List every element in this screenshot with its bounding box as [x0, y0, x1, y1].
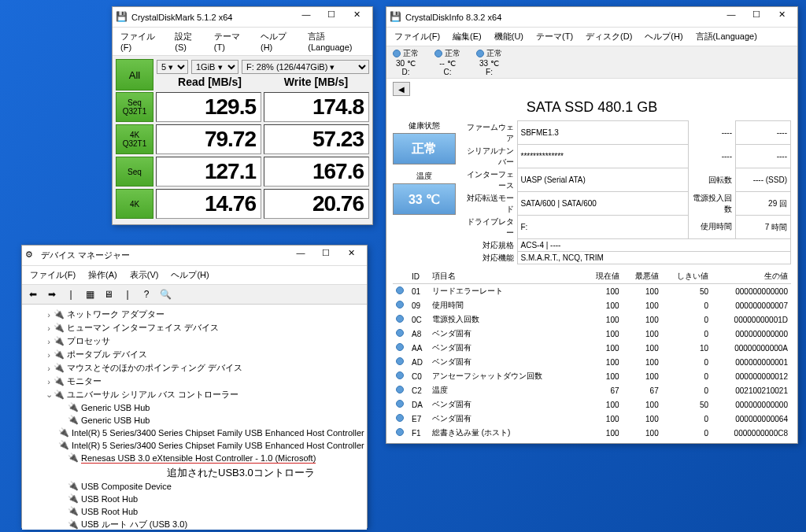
smart-row[interactable]: 01リードエラーレート10010050000000000000 — [393, 284, 791, 299]
smart-row[interactable]: C0アンセーフシャットダウン回数1001000000000000012 — [393, 369, 791, 383]
cdm-titlebar[interactable]: CrystalDiskMark 5.1.2 x64 — ☐ ✕ — [113, 7, 372, 28]
smart-row[interactable]: E7ベンダ固有1001000000000000064 — [393, 412, 791, 426]
smart-row[interactable]: A8ベンダ固有1001000000000000000 — [393, 327, 791, 341]
tree-label: プロセッサ — [67, 335, 110, 347]
scan-button[interactable]: 🔍 — [157, 286, 173, 302]
tree-node[interactable]: 🔌Renesas USB 3.0 eXtensible Host Control… — [25, 452, 364, 464]
menu-help[interactable]: ヘルプ(H) — [640, 29, 687, 44]
drive-tab[interactable]: 正常30 ℃D: — [393, 48, 419, 76]
help-button[interactable]: ? — [139, 286, 154, 302]
menu-file[interactable]: ファイル(F) — [390, 29, 445, 44]
tree-label: ヒューマン インターフェイス デバイス — [67, 322, 219, 334]
expand-icon[interactable]: › — [44, 364, 54, 373]
tree-node[interactable]: 🔌USB ルート ハブ (USB 3.0) — [25, 518, 364, 530]
tree-label: モニター — [67, 375, 102, 387]
run-all-button[interactable]: All — [116, 59, 153, 91]
menu-file[interactable]: ファイル(F) — [25, 268, 80, 283]
device-icon: 🔌 — [58, 440, 69, 451]
tree-node[interactable]: 🔌Generic USB Hub — [25, 401, 364, 414]
tree-node[interactable]: 🔌Intel(R) 5 Series/3400 Series Chipset F… — [25, 439, 364, 452]
menu-disk[interactable]: ディスク(D) — [581, 29, 637, 44]
minimize-button[interactable]: — — [719, 9, 744, 25]
minimize-button[interactable]: — — [294, 9, 319, 25]
menu-edit[interactable]: 編集(E) — [448, 29, 486, 44]
drive-tab[interactable]: 正常-- ℃C: — [434, 48, 460, 76]
toolbar-sep: | — [63, 286, 79, 302]
expand-icon[interactable]: ⌄ — [44, 390, 54, 400]
bench-button-2[interactable]: Seq — [116, 157, 153, 187]
bench-button-3[interactable]: 4K — [116, 189, 153, 219]
forward-button[interactable]: ➡ — [44, 286, 60, 302]
show-hidden-button[interactable]: ▦ — [82, 286, 98, 302]
expand-icon[interactable]: › — [44, 350, 54, 360]
minimize-button[interactable]: — — [288, 248, 313, 264]
menu-language[interactable]: 言語(Language) — [303, 29, 369, 54]
tree-node[interactable]: 🔌USB Composite Device — [25, 480, 364, 493]
device-icon: 🔌 — [54, 349, 65, 360]
expand-icon[interactable]: › — [44, 310, 54, 320]
close-button[interactable]: ✕ — [338, 248, 364, 264]
smart-row[interactable]: F1総書き込み量 (ホスト)10010000000000000C8 — [393, 426, 791, 440]
temp-label: 温度 — [393, 171, 456, 182]
close-button[interactable]: ✕ — [344, 9, 369, 25]
tree-node[interactable]: 🔌USB Root Hub — [25, 505, 364, 518]
smart-row[interactable]: AAベンダ固有1001001000000000000A — [393, 341, 791, 355]
smart-row[interactable]: 09使用時間1001000000000000007 — [393, 298, 791, 312]
prev-drive-button[interactable]: ◀ — [393, 82, 410, 96]
expand-icon[interactable]: › — [44, 377, 54, 386]
read-header: Read [MB/s] — [157, 74, 263, 90]
menu-view[interactable]: 表示(V) — [125, 268, 164, 283]
runs-select[interactable]: 5 ▾ — [157, 60, 188, 74]
menu-theme[interactable]: テーマ(T) — [531, 29, 578, 44]
menu-help[interactable]: ヘルプ(H) — [166, 268, 213, 283]
expand-icon[interactable]: › — [44, 337, 54, 346]
tree-label: Intel(R) 5 Series/3400 Series Chipset Fa… — [72, 441, 367, 450]
bench-button-0[interactable]: SeqQ32T1 — [116, 92, 153, 122]
back-button[interactable]: ⬅ — [25, 286, 41, 302]
tree-node[interactable]: ›🔌ポータブル デバイス — [25, 348, 364, 361]
close-button[interactable]: ✕ — [769, 9, 794, 25]
tree-label: ユニバーサル シリアル バス コントローラー — [67, 389, 238, 401]
devman-titlebar[interactable]: デバイス マネージャー — ☐ ✕ — [22, 246, 367, 266]
drive-tab[interactable]: 正常33 ℃F: — [476, 48, 502, 76]
size-select[interactable]: 1GiB ▾ — [191, 60, 238, 74]
cdi-app-icon — [390, 11, 402, 24]
tree-node[interactable]: 🔌Generic USB Hub — [25, 414, 364, 427]
menu-settings[interactable]: 設定(S) — [170, 29, 206, 54]
maximize-button[interactable]: ☐ — [744, 9, 769, 25]
tree-node[interactable]: ›🔌モニター — [25, 375, 364, 388]
menu-theme[interactable]: テーマ(T) — [209, 29, 253, 54]
menu-action[interactable]: 操作(A) — [83, 268, 122, 283]
tree-node[interactable]: ›🔌ヒューマン インターフェイス デバイス — [25, 321, 364, 334]
device-icon: 🔌 — [54, 336, 65, 347]
tree-node[interactable]: 🔌Intel(R) 5 Series/3400 Series Chipset F… — [25, 427, 364, 439]
read-value: 79.72 — [156, 124, 261, 154]
tree-label: USB Root Hub — [81, 494, 138, 504]
smart-row[interactable]: 0C電源投入回数100100000000000001D — [393, 312, 791, 327]
menu-language[interactable]: 言語(Language) — [691, 29, 762, 44]
tree-node[interactable]: ⌄🔌ユニバーサル シリアル バス コントローラー — [25, 388, 364, 401]
maximize-button[interactable]: ☐ — [313, 248, 338, 264]
device-tree[interactable]: ›🔌ネットワーク アダプター›🔌ヒューマン インターフェイス デバイス›🔌プロセ… — [22, 305, 367, 530]
refresh-button[interactable]: 🖥 — [101, 286, 116, 302]
device-icon: 🔌 — [68, 415, 79, 426]
bench-button-1[interactable]: 4KQ32T1 — [116, 124, 153, 154]
menu-file[interactable]: ファイル(F) — [116, 29, 167, 54]
drive-select[interactable]: F: 28% (126/447GiB) ▾ — [242, 60, 369, 74]
maximize-button[interactable]: ☐ — [319, 9, 344, 25]
menu-function[interactable]: 機能(U) — [490, 29, 528, 44]
smart-row[interactable]: ADベンダ固有1001000000000000001 — [393, 355, 791, 369]
menu-help[interactable]: ヘルプ(H) — [256, 29, 300, 54]
tree-node[interactable]: 🔌USB Root Hub — [25, 493, 364, 505]
read-value: 127.1 — [156, 157, 261, 187]
smart-row[interactable]: C2温度67670002100210021 — [393, 383, 791, 397]
smart-row[interactable]: DAベンダ固有10010050000000000000 — [393, 397, 791, 412]
tree-node[interactable]: ›🔌マウスとそのほかのポインティング デバイス — [25, 361, 364, 375]
device-icon: 🔌 — [54, 309, 65, 320]
expand-icon[interactable]: › — [44, 323, 54, 333]
devman-toolbar: ⬅ ➡ | ▦ 🖥 | ? 🔍 — [22, 285, 367, 305]
tree-node[interactable]: ›🔌プロセッサ — [25, 334, 364, 348]
tree-node[interactable]: ›🔌ネットワーク アダプター — [25, 308, 364, 321]
status-dot-icon — [434, 50, 442, 57]
cdi-titlebar[interactable]: CrystalDiskInfo 8.3.2 x64 — ☐ ✕ — [386, 7, 797, 28]
